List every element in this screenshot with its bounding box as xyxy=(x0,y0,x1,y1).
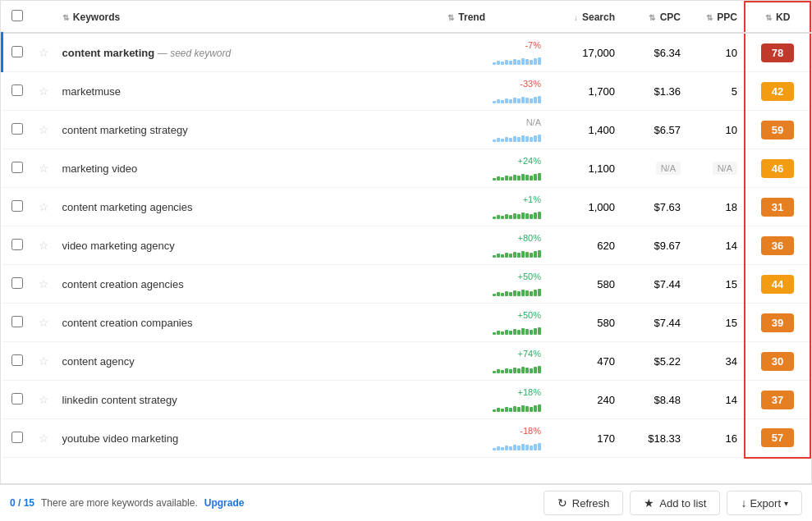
search-value: 1,000 xyxy=(588,201,615,213)
row-cpc-cell: $1.36 xyxy=(622,72,687,111)
add-to-list-label: Add to list xyxy=(659,497,706,510)
row-trend-cell: +1% xyxy=(441,188,548,226)
keywords-table-container[interactable]: ⇅ Keywords ⇅ Trend ↓ Search ⇅ CPC ⇅ PP xyxy=(0,0,812,484)
row-checkbox[interactable] xyxy=(11,123,23,135)
row-keyword-cell: content marketing — seed keyword xyxy=(56,33,442,72)
header-trend[interactable]: ⇅ Trend xyxy=(441,2,548,33)
row-checkbox-cell[interactable] xyxy=(2,342,32,381)
header-star xyxy=(32,2,56,33)
star-icon[interactable]: ☆ xyxy=(39,162,49,175)
row-search-cell: 1,000 xyxy=(548,188,622,226)
export-button[interactable]: ↓ Export ▾ xyxy=(727,491,802,515)
row-checkbox[interactable] xyxy=(11,162,23,173)
row-trend-cell: -33% xyxy=(441,72,548,111)
row-keyword-cell: content marketing agencies xyxy=(56,188,442,226)
row-checkbox[interactable] xyxy=(11,354,23,366)
keyword-text: content marketing strategy xyxy=(62,124,188,136)
row-trend-cell: +18% xyxy=(441,381,548,419)
row-star-cell[interactable]: ☆ xyxy=(32,265,56,304)
refresh-button[interactable]: ↻ Refresh xyxy=(544,491,624,515)
row-checkbox[interactable] xyxy=(11,277,23,289)
row-checkbox[interactable] xyxy=(11,200,23,212)
row-checkbox[interactable] xyxy=(11,239,23,250)
star-icon[interactable]: ☆ xyxy=(39,123,49,136)
row-checkbox-cell[interactable] xyxy=(2,381,32,419)
row-star-cell[interactable]: ☆ xyxy=(32,149,56,188)
trend-value: +50% xyxy=(447,272,541,281)
star-icon[interactable]: ☆ xyxy=(39,316,49,329)
keyword-text: youtube video marketing xyxy=(62,432,179,445)
row-checkbox-cell[interactable] xyxy=(2,419,32,458)
upgrade-link[interactable]: Upgrade xyxy=(204,497,245,509)
row-kd-cell: 59 xyxy=(745,111,810,149)
seed-label: — seed keyword xyxy=(158,48,231,59)
row-checkbox[interactable] xyxy=(11,432,23,443)
cpc-sort-icon: ⇅ xyxy=(649,13,655,22)
row-checkbox[interactable] xyxy=(11,85,23,96)
row-search-cell: 620 xyxy=(548,226,622,265)
row-checkbox-cell[interactable] xyxy=(2,149,32,188)
row-star-cell[interactable]: ☆ xyxy=(32,226,56,265)
row-star-cell[interactable]: ☆ xyxy=(32,188,56,226)
refresh-icon: ↻ xyxy=(557,496,567,510)
star-icon[interactable]: ☆ xyxy=(39,46,49,59)
row-star-cell[interactable]: ☆ xyxy=(32,381,56,419)
table-row: ☆ marketmuse -33% 1,700 $1.36 5 42 xyxy=(2,72,811,111)
kd-badge: 39 xyxy=(761,313,794,332)
row-kd-cell: 30 xyxy=(745,342,810,381)
row-star-cell[interactable]: ☆ xyxy=(32,111,56,149)
row-checkbox-cell[interactable] xyxy=(2,304,32,342)
row-checkbox[interactable] xyxy=(11,393,23,404)
row-ppc-cell: 10 xyxy=(687,111,745,149)
header-keywords[interactable]: ⇅ Keywords xyxy=(56,2,442,33)
row-star-cell[interactable]: ☆ xyxy=(32,72,56,111)
kd-badge: 30 xyxy=(761,352,794,371)
row-kd-cell: 46 xyxy=(745,149,810,188)
row-checkbox[interactable] xyxy=(11,316,23,327)
row-checkbox-cell[interactable] xyxy=(2,226,32,265)
search-value: 240 xyxy=(597,394,615,406)
row-star-cell[interactable]: ☆ xyxy=(32,419,56,458)
keyword-text: video marketing agency xyxy=(62,240,175,252)
header-kd-label: KD xyxy=(776,11,790,23)
header-cpc[interactable]: ⇅ CPC xyxy=(622,2,687,33)
star-icon[interactable]: ☆ xyxy=(39,277,49,290)
select-all-checkbox[interactable] xyxy=(11,10,23,21)
add-to-list-icon: ★ xyxy=(644,496,654,510)
keyword-text: marketing video xyxy=(62,162,138,175)
row-star-cell[interactable]: ☆ xyxy=(32,342,56,381)
header-ppc[interactable]: ⇅ PPC xyxy=(687,2,745,33)
header-keywords-label: Keywords xyxy=(73,11,120,23)
add-to-list-button[interactable]: ★ Add to list xyxy=(630,491,720,515)
trend-value: +74% xyxy=(447,349,541,359)
row-star-cell[interactable]: ☆ xyxy=(32,304,56,342)
kd-badge: 46 xyxy=(761,159,794,178)
selection-count: 0 / 15 xyxy=(10,497,34,509)
row-star-cell[interactable]: ☆ xyxy=(32,33,56,72)
star-icon[interactable]: ☆ xyxy=(39,393,49,406)
star-icon[interactable]: ☆ xyxy=(39,85,49,98)
table-row: ☆ content marketing strategy N/A 1,400 $… xyxy=(2,111,811,149)
footer-left: 0 / 15 There are more keywords available… xyxy=(10,497,244,509)
row-checkbox-cell[interactable] xyxy=(2,265,32,304)
header-check[interactable] xyxy=(2,2,32,33)
star-icon[interactable]: ☆ xyxy=(39,432,49,445)
star-icon[interactable]: ☆ xyxy=(39,354,49,368)
star-icon[interactable]: ☆ xyxy=(39,239,49,252)
row-cpc-cell: $7.44 xyxy=(622,265,687,304)
row-kd-cell: 57 xyxy=(745,419,810,458)
row-checkbox-cell[interactable] xyxy=(2,188,32,226)
kd-badge: 78 xyxy=(761,43,794,62)
header-kd[interactable]: ⇅ KD xyxy=(745,2,810,33)
star-icon[interactable]: ☆ xyxy=(39,200,49,213)
row-checkbox-cell[interactable] xyxy=(2,33,32,72)
search-sort-icon: ↓ xyxy=(574,13,578,22)
row-trend-cell: +50% xyxy=(441,304,548,342)
row-checkbox-cell[interactable] xyxy=(2,111,32,149)
row-kd-cell: 42 xyxy=(745,72,810,111)
row-checkbox[interactable] xyxy=(11,46,23,57)
header-search[interactable]: ↓ Search xyxy=(548,2,622,33)
row-checkbox-cell[interactable] xyxy=(2,72,32,111)
search-value: 1,400 xyxy=(588,124,615,136)
header-trend-label: Trend xyxy=(458,11,485,23)
